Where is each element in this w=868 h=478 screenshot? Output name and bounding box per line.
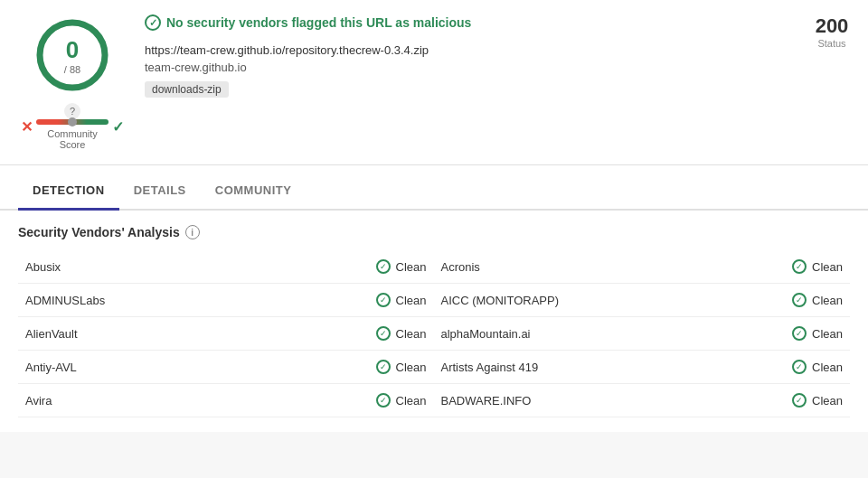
table-row: Avira ✓ Clean BADWARE.INFO ✓ Clean [18,384,850,417]
vendor-result-right: ✓ Clean [785,351,850,384]
score-gauge: 0 / 88 [32,14,113,96]
table-row: ADMINUSLabs ✓ Clean AICC (MONITORAPP) ✓ … [18,284,850,317]
clean-icon-right: ✓ [792,259,807,274]
clean-label-right: Clean [812,361,843,374]
safe-banner: ✓ No security vendors flagged this URL a… [145,14,778,31]
vendor-name-left: ADMINUSLabs [18,284,369,317]
vendor-name-right: alphaMountain.ai [433,317,785,351]
analysis-header: Security Vendors' Analysis i [18,225,850,239]
clean-label-right: Clean [812,394,843,408]
tab-community[interactable]: COMMUNITY [201,173,307,211]
tab-detection[interactable]: DETECTION [18,173,119,211]
clean-icon-right: ✓ [792,326,807,341]
vendor-result-left: ✓ Clean [369,284,434,317]
status-box: 200 Status [796,14,850,49]
vendor-name-right: AICC (MONITORAPP) [433,284,785,317]
safe-check-icon: ✓ [145,14,161,31]
vendor-result-right: ✓ Clean [785,384,850,417]
main-container: 0 / 88 ✕ ? CommunityScore ✓ ✓ [0,0,868,432]
gauge-total: / 88 [64,64,80,75]
header-info: ✓ No security vendors flagged this URL a… [145,14,778,98]
vendor-name-left: AlienVault [18,317,369,351]
table-row: Abusix ✓ Clean Acronis ✓ Clean [18,250,850,284]
tag-badge: downloads-zip [145,81,229,98]
clean-label-right: Clean [812,294,843,307]
clean-icon-left: ✓ [376,293,391,307]
vendor-name-right: Acronis [433,250,785,284]
vendor-name-left: Avira [18,384,369,417]
table-row: Antiy-AVL ✓ Clean Artists Against 419 ✓ … [18,351,850,384]
status-code: 200 [814,14,850,38]
clean-label-left: Clean [396,327,427,341]
tab-bar: DETECTION DETAILS COMMUNITY [0,173,868,211]
vendor-result-left: ✓ Clean [369,351,434,384]
gauge-score: 0 [64,36,80,64]
table-row: AlienVault ✓ Clean alphaMountain.ai ✓ Cl… [18,317,850,351]
vendor-table: Abusix ✓ Clean Acronis ✓ Clean ADMINUSLa… [18,250,850,417]
community-score-label: CommunityScore [47,128,98,150]
vendor-name-left: Abusix [18,250,369,284]
clean-icon-right: ✓ [792,393,807,408]
community-score-dot [68,117,77,127]
tab-details[interactable]: DETAILS [119,173,201,211]
clean-icon-left: ✓ [376,326,391,341]
analysis-section: Security Vendors' Analysis i Abusix ✓ Cl… [0,211,868,432]
safe-message: No security vendors flagged this URL as … [166,15,471,30]
clean-icon-left: ✓ [376,360,391,374]
header-section: 0 / 88 ✕ ? CommunityScore ✓ ✓ [0,0,868,165]
status-label: Status [814,38,850,49]
vendor-result-left: ✓ Clean [369,317,434,351]
clean-label-right: Clean [812,327,843,341]
score-gauge-wrap: 0 / 88 ✕ ? CommunityScore ✓ [18,14,127,150]
vendor-result-right: ✓ Clean [785,317,850,351]
domain-display: team-crew.github.io [145,61,778,74]
info-icon[interactable]: i [185,225,200,239]
community-score-progress [36,119,108,125]
clean-label-left: Clean [396,294,427,307]
clean-label-left: Clean [396,361,427,374]
clean-label-left: Clean [396,260,427,274]
vendor-result-right: ✓ Clean [785,250,850,284]
clean-label-right: Clean [812,260,843,274]
community-score-bar: ✕ ? CommunityScore ✓ [21,103,124,150]
clean-icon-left: ✓ [376,259,391,274]
url-display: https://team-crew.github.io/repository.t… [145,43,778,57]
gauge-label: 0 / 88 [64,36,80,75]
vendor-result-left: ✓ Clean [369,384,434,417]
analysis-title: Security Vendors' Analysis [18,225,180,239]
community-score-check[interactable]: ✓ [112,118,124,136]
community-score-x[interactable]: ✕ [21,118,33,136]
vendor-name-right: Artists Against 419 [433,351,785,384]
clean-label-left: Clean [396,394,427,408]
vendor-name-right: BADWARE.INFO [433,384,785,417]
vendor-result-left: ✓ Clean [369,250,434,284]
clean-icon-right: ✓ [792,360,807,374]
clean-icon-left: ✓ [376,393,391,408]
vendor-name-left: Antiy-AVL [18,351,369,384]
clean-icon-right: ✓ [792,293,807,307]
vendor-result-right: ✓ Clean [785,284,850,317]
